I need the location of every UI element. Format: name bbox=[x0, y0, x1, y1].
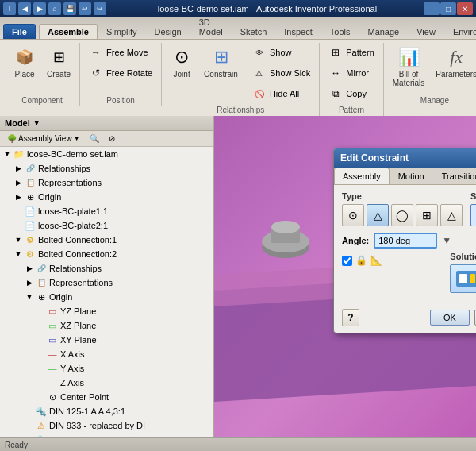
assembly-view-dropdown[interactable]: 🌳 Assembly View ▼ bbox=[3, 133, 84, 145]
expand-rel-icon[interactable]: ▶ bbox=[13, 164, 24, 172]
tree-item-bc2-reps[interactable]: ▶ 📋 Representations bbox=[0, 276, 213, 290]
redo-icon[interactable]: ↪ bbox=[94, 2, 106, 15]
forward-icon[interactable]: ▶ bbox=[33, 2, 46, 15]
expand-bolted1-icon[interactable]: ▼ bbox=[13, 236, 24, 244]
3d-viewport[interactable]: Edit Constraint ✕ Assembly Motion Transi… bbox=[214, 116, 476, 437]
constrain-label: Constrain bbox=[204, 70, 238, 79]
dialog-tab-transitional[interactable]: Transitional bbox=[433, 168, 476, 184]
tab-inspect[interactable]: Inspect bbox=[275, 24, 321, 39]
create-button[interactable]: ⊞ Create bbox=[43, 43, 75, 82]
tree-item-din125-2[interactable]: 🔩 DIN 125-1 A A 4,3:2 bbox=[0, 433, 213, 437]
minimize-btn[interactable]: — bbox=[424, 2, 440, 15]
maximize-btn[interactable]: □ bbox=[440, 2, 456, 15]
type-mate-btn[interactable]: ⊙ bbox=[342, 204, 364, 226]
pattern-label: Pattern bbox=[346, 48, 374, 57]
tree-item-plate2[interactable]: 📄 loose-BC-plate2:1 bbox=[0, 218, 213, 233]
bill-of-materials-button[interactable]: 📊 Bill ofMaterials bbox=[389, 43, 429, 91]
filter-icon: ⊘ bbox=[109, 134, 115, 143]
parameters-button[interactable]: fx Parameters bbox=[432, 43, 476, 82]
ribbon-group-pattern: ⊞ Pattern ↔ Mirror ⧉ Copy Pattern bbox=[320, 43, 383, 116]
expand-orig-icon[interactable]: ▶ bbox=[13, 193, 24, 201]
expand-bc2rel-icon[interactable]: ▶ bbox=[24, 264, 35, 272]
sel-1-btn[interactable]: ▶1 bbox=[470, 204, 476, 226]
show-label: Show bbox=[270, 48, 292, 57]
component-group-label: Component bbox=[5, 96, 79, 105]
tree-item-xz-plane[interactable]: ▭ XZ Plane bbox=[0, 318, 213, 333]
undo-icon[interactable]: ↩ bbox=[79, 2, 91, 15]
tree-item-bc2-origin[interactable]: ▼ ⊕ Origin bbox=[0, 290, 213, 304]
type-symmetry-btn[interactable]: △ bbox=[440, 204, 463, 226]
free-rotate-button[interactable]: ↺ Free Rotate bbox=[85, 64, 156, 83]
dropdown-arrow-icon[interactable]: ▼ bbox=[33, 119, 40, 127]
tree-item-center-pt[interactable]: ⊙ Center Point bbox=[0, 390, 213, 404]
expand-bc2orig-icon[interactable]: ▼ bbox=[24, 293, 35, 301]
dialog-tab-assembly[interactable]: Assembly bbox=[334, 168, 390, 184]
constrain-button[interactable]: ⊞ Constrain bbox=[200, 43, 242, 82]
tab-sketch[interactable]: Sketch bbox=[232, 24, 276, 39]
mirror-button[interactable]: ↔ Mirror bbox=[324, 64, 378, 83]
sel-icons-row: ▶1 ▶2 ▶3 □ ⊙ bbox=[470, 204, 476, 226]
type-angle-btn[interactable]: △ bbox=[367, 204, 389, 226]
tab-tools[interactable]: Tools bbox=[321, 24, 359, 39]
tree-item-plate1[interactable]: 📄 loose-BC-plate1:1 bbox=[0, 204, 213, 218]
tree-item-din933-1[interactable]: ⚠ DIN 933 - replaced by DI bbox=[0, 418, 213, 433]
view-dropdown-icon: ▼ bbox=[74, 135, 80, 142]
dialog-tab-motion[interactable]: Motion bbox=[390, 168, 433, 184]
back-icon[interactable]: ◀ bbox=[18, 2, 31, 15]
tree-item-bolted2[interactable]: ▼ ⚙ Bolted Connection:2 bbox=[0, 247, 213, 261]
help-btn[interactable]: ? bbox=[342, 309, 359, 326]
expand-root-icon[interactable]: ▼ bbox=[2, 150, 13, 158]
pattern-button[interactable]: ⊞ Pattern bbox=[324, 43, 378, 62]
tree-item-bc2-rels[interactable]: ▶ 🔗 Relationships bbox=[0, 261, 213, 276]
zaxis-label: Z Axis bbox=[60, 378, 84, 387]
type-section: Type ⊙ △ ◯ ⊞ △ bbox=[342, 191, 463, 226]
filter-btn[interactable]: ⊘ bbox=[105, 133, 119, 145]
tree-item-z-axis[interactable]: — Z Axis bbox=[0, 376, 213, 390]
bolted1-label: Bolted Connection:1 bbox=[38, 235, 117, 245]
tree-item-origin[interactable]: ▶ ⊕ Origin bbox=[0, 190, 213, 204]
close-btn[interactable]: ✕ bbox=[457, 2, 473, 15]
tree-item-root[interactable]: ▼ 📁 loose-BC-demo set.iam bbox=[0, 147, 213, 161]
expand-rep-icon[interactable]: ▶ bbox=[13, 179, 24, 187]
check-offset[interactable] bbox=[342, 256, 352, 266]
expand-xy-icon bbox=[35, 336, 46, 344]
place-button[interactable]: 📦 Place bbox=[10, 43, 40, 82]
expand-bc2rep-icon[interactable]: ▶ bbox=[24, 279, 35, 287]
create-icon: ⊞ bbox=[48, 46, 70, 68]
tree-item-yz-plane[interactable]: ▭ YZ Plane bbox=[0, 304, 213, 318]
ok-button[interactable]: OK bbox=[430, 310, 470, 326]
tab-assemble[interactable]: Assemble bbox=[39, 24, 98, 39]
free-move-button[interactable]: ↔ Free Move bbox=[85, 43, 156, 62]
angle-input[interactable] bbox=[374, 233, 437, 249]
tree-item-bolted1[interactable]: ▼ ⚙ Bolted Connection:1 bbox=[0, 233, 213, 247]
type-tangent-btn[interactable]: ◯ bbox=[391, 204, 413, 226]
tree-item-relationships[interactable]: ▶ 🔗 Relationships bbox=[0, 161, 213, 175]
tree-item-representations[interactable]: ▶ 📋 Representations bbox=[0, 175, 213, 190]
show-button[interactable]: 👁 Show bbox=[248, 43, 314, 62]
show-sick-button[interactable]: ⚠ Show Sick bbox=[248, 64, 314, 83]
tree-item-y-axis[interactable]: — Y Axis bbox=[0, 361, 213, 376]
tab-environments[interactable]: Environments bbox=[444, 24, 476, 39]
tab-3dmodel[interactable]: 3D Model bbox=[190, 14, 232, 39]
type-insert-btn[interactable]: ⊞ bbox=[416, 204, 438, 226]
hide-all-button[interactable]: 🚫 Hide All bbox=[248, 84, 314, 103]
expand-bolted2-icon[interactable]: ▼ bbox=[13, 250, 24, 258]
search-btn[interactable]: 🔍 bbox=[86, 133, 103, 145]
tab-view[interactable]: View bbox=[408, 24, 444, 39]
save-icon[interactable]: 💾 bbox=[63, 2, 76, 15]
status-text: Ready bbox=[5, 441, 28, 449]
tab-file[interactable]: File bbox=[3, 24, 36, 39]
show-icon: 👁 bbox=[252, 45, 267, 60]
solution-1-btn[interactable] bbox=[450, 264, 476, 293]
tree-item-xy-plane[interactable]: ▭ XY Plane bbox=[0, 333, 213, 347]
home-icon[interactable]: ⌂ bbox=[48, 2, 61, 15]
joint-label: Joint bbox=[174, 70, 190, 79]
angle-expand-icon[interactable]: ▼ bbox=[442, 235, 451, 246]
tab-manage[interactable]: Manage bbox=[359, 24, 408, 39]
tab-simplify[interactable]: Simplify bbox=[98, 24, 146, 39]
tree-item-din125-1[interactable]: 🔩 DIN 125-1 A A 4,3:1 bbox=[0, 404, 213, 418]
joint-button[interactable]: ⊙ Joint bbox=[167, 43, 197, 82]
copy-button[interactable]: ⧉ Copy bbox=[324, 84, 378, 103]
tab-design[interactable]: Design bbox=[145, 24, 190, 39]
tree-item-x-axis[interactable]: — X Axis bbox=[0, 347, 213, 361]
